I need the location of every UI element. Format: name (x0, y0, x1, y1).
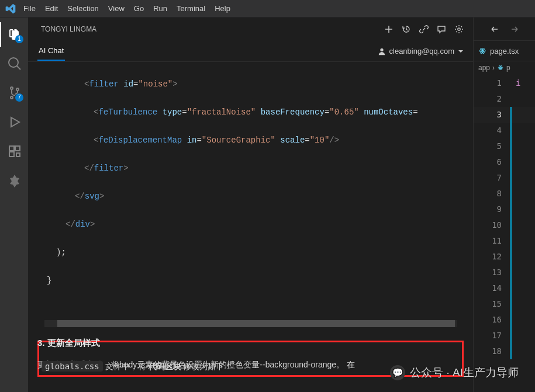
activity-scm[interactable]: 7 (0, 81, 28, 105)
nav-back-button[interactable] (490, 25, 499, 34)
gutter-line[interactable]: 16 (474, 312, 535, 328)
arrow-left-icon (490, 25, 499, 34)
activity-tongyi[interactable] (0, 168, 28, 193)
debug-icon (8, 115, 22, 129)
gutter-line[interactable]: 15 (474, 296, 535, 312)
menubar: File Edit Selection View Go Run Terminal… (0, 0, 535, 18)
gutter-line[interactable]: 8 (474, 186, 535, 202)
file-name-chip: globals.css (42, 361, 103, 372)
ai-chat-panel: TONGYI LINGMA AI Chat cleanbing@qq.com <… (28, 18, 474, 392)
menu-help[interactable]: Help (210, 2, 235, 15)
gutter-line[interactable]: 3 (474, 107, 535, 123)
highlight-box: globals.css 文件中，将 代码区块 修改为如下： (37, 341, 464, 377)
panel-title-text: TONGYI LINGMA (41, 25, 96, 33)
gutter-line[interactable]: 6 (474, 154, 535, 170)
gutter-line[interactable]: 9 (474, 202, 535, 217)
user-account-dropdown[interactable]: cleanbing@qq.com (378, 47, 464, 55)
main-layout: 1 7 TONGYI LINGMA (0, 18, 535, 392)
menu-terminal[interactable]: Terminal (172, 2, 210, 15)
plus-icon (384, 25, 394, 34)
arrow-right-icon (510, 25, 519, 34)
panel-titlebar: TONGYI LINGMA (28, 18, 473, 41)
menu-selection[interactable]: Selection (63, 2, 103, 15)
gutter-line[interactable]: 13 (474, 265, 535, 280)
chevron-down-icon (458, 48, 464, 54)
comment-icon (437, 25, 446, 34)
new-chat-button[interactable] (384, 25, 394, 34)
history-icon (402, 25, 411, 34)
code-block-svg: <filter id="noise"> <feTurbulence type="… (37, 62, 464, 318)
gutter-line[interactable]: 7 (474, 170, 535, 186)
panel-tabbar: AI Chat cleanbing@qq.com (28, 41, 473, 62)
line-number-gutter: 1i23456789101112131415161718 (474, 74, 535, 392)
vscode-logo-icon (2, 1, 19, 17)
code-horizontal-scrollbar[interactable] (44, 320, 457, 327)
settings-button[interactable] (454, 25, 464, 34)
user-icon (378, 47, 386, 55)
link-icon (419, 25, 429, 34)
menu-view[interactable]: View (103, 2, 129, 15)
panel-actions (384, 25, 464, 34)
menu-edit[interactable]: Edit (40, 2, 63, 15)
gutter-line[interactable]: 10 (474, 217, 535, 233)
gutter-line[interactable]: 1i (474, 75, 535, 91)
editor-strip: page.tsx app › p 1i234567891011121314151… (474, 18, 535, 392)
gutter-line[interactable]: 2 (474, 91, 535, 107)
editor-tab-label: page.tsx (490, 47, 519, 55)
svg-point-3 (482, 50, 483, 51)
explorer-badge: 1 (15, 35, 23, 43)
gutter-line[interactable]: 4 (474, 123, 535, 138)
react-icon (497, 64, 504, 71)
menu-go[interactable]: Go (129, 2, 149, 15)
gutter-line[interactable]: 14 (474, 280, 535, 296)
activity-search[interactable] (0, 51, 28, 76)
menu-run[interactable]: Run (149, 2, 172, 15)
user-email: cleanbing@qq.com (389, 47, 454, 55)
history-button[interactable] (402, 25, 411, 34)
activity-explorer[interactable]: 1 (0, 22, 28, 47)
editor-tab-page-tsx[interactable]: page.tsx (474, 41, 535, 61)
gutter-line[interactable]: 12 (474, 249, 535, 265)
svg-point-0 (458, 28, 460, 30)
gutter-line[interactable]: 11 (474, 233, 535, 249)
feedback-button[interactable] (437, 25, 446, 34)
scm-badge: 7 (15, 93, 23, 102)
chat-body: <filter id="noise"> <feTurbulence type="… (28, 62, 473, 392)
tab-ai-chat[interactable]: AI Chat (37, 41, 65, 61)
activity-bar: 1 7 (0, 18, 28, 392)
gutter-line[interactable]: 17 (474, 328, 535, 344)
extensions-icon (8, 144, 22, 158)
link-button[interactable] (419, 25, 429, 34)
react-icon (478, 47, 486, 55)
activity-debug[interactable] (0, 110, 28, 134)
menu-file[interactable]: File (19, 2, 40, 15)
breadcrumb[interactable]: app › p (474, 61, 535, 74)
activity-extensions[interactable] (0, 139, 28, 164)
editor-nav (474, 18, 535, 41)
gear-icon (454, 25, 464, 34)
ai-icon (8, 174, 22, 188)
svg-point-7 (500, 67, 501, 68)
search-icon (8, 57, 22, 71)
nav-forward-button[interactable] (510, 25, 519, 34)
gutter-line[interactable]: 18 (474, 344, 535, 359)
gutter-line[interactable]: 5 (474, 138, 535, 154)
scrollbar-thumb[interactable] (57, 320, 455, 327)
